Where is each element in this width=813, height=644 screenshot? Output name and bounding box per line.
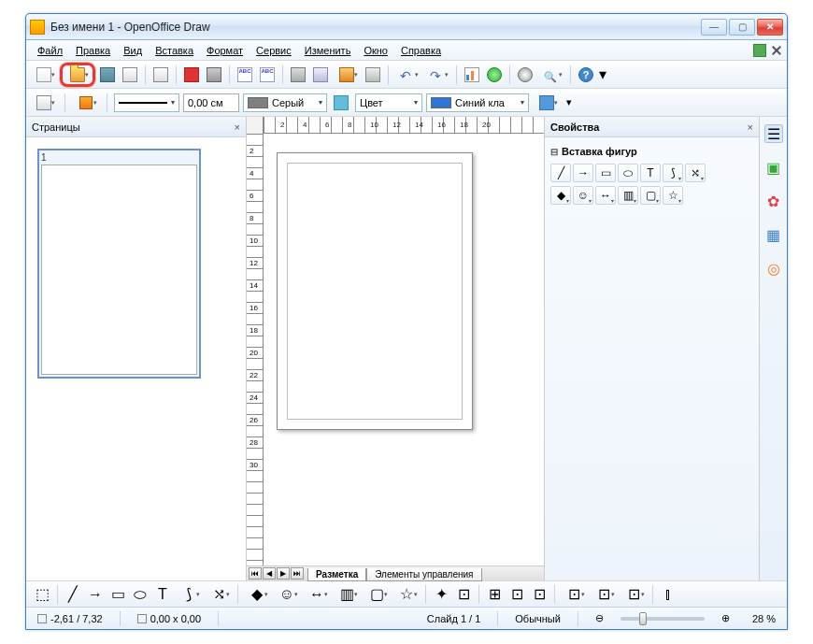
sidetab-styles[interactable]: ✿ [764,192,783,210]
undo-button[interactable] [393,64,421,85]
export-pdf-button[interactable] [181,64,202,85]
cut-button[interactable] [288,64,308,85]
draw-from-file[interactable]: ⊡ [506,584,527,605]
edit-file-button[interactable] [150,64,171,85]
draw-effects[interactable]: ⊡ [560,584,588,605]
shape-text[interactable]: T [640,164,661,182]
open-button[interactable] [64,64,92,85]
draw-symbol-shapes[interactable]: ☺ [273,584,301,605]
new-button[interactable] [30,64,58,85]
toolbar2-overflow[interactable]: ▾ [564,93,574,113]
shape-ellipse[interactable]: ⬭ [618,164,638,182]
tab-next[interactable]: ▶ [277,567,290,580]
zoom-slider[interactable] [620,617,705,621]
page-thumbnail-1[interactable]: 1 [37,149,201,379]
tab-prev[interactable]: ◀ [263,567,276,580]
toolbar-overflow[interactable]: ▾ [598,64,607,85]
paste-button[interactable] [333,64,361,85]
draw-arrange[interactable]: ⊡ [620,584,648,605]
draw-fontwork[interactable]: ⊞ [484,584,505,605]
arrow-style-button[interactable] [30,93,58,113]
menu-format[interactable]: Формат [201,43,249,58]
shape-arrow[interactable]: → [573,164,593,182]
fill-type-combo[interactable]: Цвет▾ [355,93,422,112]
shape-line[interactable]: ╱ [550,164,571,182]
draw-select[interactable]: ⬚ [32,584,52,605]
sidetab-navigator[interactable]: ◎ [764,259,783,278]
draw-line[interactable]: ╱ [63,584,83,605]
pages-close-icon[interactable]: × [235,122,240,133]
maximize-button[interactable]: ▢ [729,19,755,36]
download-icon[interactable] [753,44,766,57]
draw-ellipse[interactable]: ⬭ [130,584,150,605]
shape-rect[interactable]: ▭ [595,164,616,182]
draw-rect[interactable]: ▭ [107,584,128,605]
shape-curve[interactable]: ⟆ [663,164,683,182]
draw-flowcharts[interactable]: ▥ [333,584,361,605]
canvas-scroll[interactable] [264,134,544,565]
copy-button[interactable] [310,64,331,85]
format-paint-button[interactable] [363,64,383,85]
minimize-button[interactable]: — [701,19,727,36]
spellcheck-button[interactable]: ABC [235,64,255,85]
menu-file[interactable]: Файл [32,43,68,58]
chart-button[interactable] [462,64,482,85]
print-button[interactable] [204,64,224,85]
save-button[interactable] [97,64,118,85]
sidetab-gallery[interactable]: ▣ [764,158,783,177]
document-close-icon[interactable] [772,46,781,55]
draw-text[interactable]: T [152,584,173,605]
draw-points[interactable]: ✦ [431,584,451,605]
draw-gallery[interactable]: ⊡ [529,584,549,605]
email-button[interactable] [120,64,140,85]
zoom-value[interactable]: 28 % [747,613,781,624]
draw-gluepoints[interactable]: ⊡ [453,584,474,605]
line-style-swatch[interactable] [72,93,100,113]
shape-flowchart[interactable]: ▥ [618,186,638,205]
horizontal-ruler[interactable]: 2468101214161820 [247,117,544,134]
draw-curve[interactable]: ⟆ [175,584,203,605]
tab-first[interactable]: ⏮ [249,567,262,580]
tab-layout[interactable]: Разметка [307,568,366,581]
shadow-button[interactable] [533,93,561,113]
area-fill-button[interactable] [331,93,351,113]
section-insert-shapes[interactable]: Вставка фигур [550,143,753,160]
line-style-combo[interactable]: ▾ [114,93,179,112]
shape-symbol[interactable]: ☺ [573,186,593,205]
draw-extrusion[interactable]: ⫿ [658,584,678,605]
draw-block-arrows[interactable]: ↔ [303,584,331,605]
hyperlink-button[interactable] [484,64,505,85]
sidetab-image[interactable]: ▦ [764,225,783,244]
zoom-in-button[interactable]: ⊕ [716,612,735,624]
status-slide[interactable]: Слайд 1 / 1 [421,613,487,624]
status-mode[interactable]: Обычный [509,613,566,624]
menu-view[interactable]: Вид [118,43,148,58]
close-button[interactable]: ✕ [757,19,783,36]
shape-block-arrow[interactable]: ↔ [595,186,616,205]
navigator-button[interactable] [515,64,535,85]
vertical-ruler[interactable]: 24681012141618202224262830 [247,134,264,565]
zoom-out-button[interactable]: ⊖ [590,612,609,624]
menu-service[interactable]: Сервис [250,43,297,58]
menu-edit[interactable]: Правка [70,43,116,58]
drawing-page[interactable] [277,152,473,430]
draw-arrow[interactable]: → [85,584,106,605]
sidetab-properties[interactable]: ☰ [764,124,783,143]
menu-help[interactable]: Справка [395,43,447,58]
menu-window[interactable]: Окно [358,43,393,58]
line-color-combo[interactable]: Серый▾ [243,93,327,112]
draw-basic-shapes[interactable]: ◆ [243,584,271,605]
shape-callout[interactable]: ▢ [640,186,661,205]
pages-body[interactable]: 1 [26,137,246,580]
help-button[interactable]: ? [576,64,596,85]
properties-close-icon[interactable]: × [748,122,753,133]
autospell-button[interactable]: ABC [257,64,278,85]
line-width-input[interactable]: 0,00 см [183,93,239,112]
tab-last[interactable]: ⏭ [291,567,304,580]
fill-color-combo[interactable]: Синий кла▾ [426,93,529,112]
draw-connector[interactable]: ⤭ [205,584,233,605]
draw-callouts[interactable]: ▢ [363,584,391,605]
draw-alignment[interactable]: ⊡ [590,584,618,605]
shape-connector[interactable]: ⤭ [685,164,706,182]
shape-basic[interactable]: ◆ [550,186,571,205]
